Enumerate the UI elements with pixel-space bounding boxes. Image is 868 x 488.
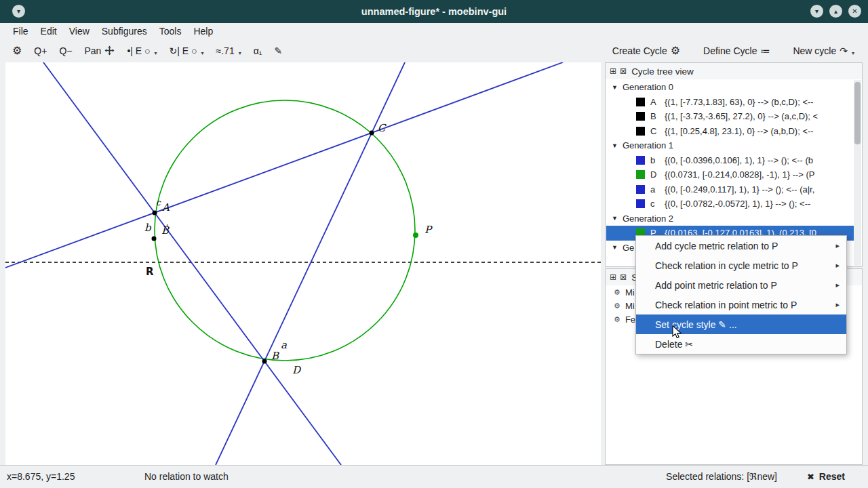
- tree-scrollbar[interactable]: [854, 80, 861, 266]
- tree-scrollbar-thumb[interactable]: [854, 82, 861, 144]
- zoom-out-button[interactable]: Q−: [56, 43, 75, 58]
- tree-row-c[interactable]: c {(0, [-0.0782,-0.0572], 1), 1} --> ();…: [606, 197, 854, 211]
- cycle-data: {(0.0731, [-0.214,0.0828], -1), 1} --> (…: [665, 169, 815, 180]
- new-cycle-button[interactable]: New cycle ↷ ▾: [790, 43, 857, 58]
- tree-row-B[interactable]: B {(1, [-3.73,-3.65], 27.2), 0} --> (a,c…: [606, 109, 854, 124]
- color-swatch: [636, 170, 645, 179]
- zoom-in-button[interactable]: Q+: [31, 43, 50, 58]
- close-icon: ✖: [807, 472, 814, 482]
- maximize-button[interactable]: ▴: [829, 5, 842, 18]
- point-B[interactable]: [262, 359, 267, 364]
- dock-close-icon[interactable]: ⊠: [620, 272, 627, 282]
- line-c[interactable]: [43, 62, 341, 465]
- threshold-button[interactable]: ≈.71 ▾: [214, 43, 244, 58]
- menu-add-cycle-metric[interactable]: Add cycle metric relation to P ▸: [636, 236, 846, 256]
- cycle-letter: C: [650, 126, 659, 136]
- menu-delete[interactable]: Delete ✂: [636, 334, 846, 354]
- menu-tools[interactable]: Tools: [153, 24, 188, 38]
- reset-button[interactable]: ✖ Reset: [803, 469, 849, 484]
- point-A[interactable]: [153, 211, 157, 216]
- new-cycle-label: New cycle: [793, 45, 836, 56]
- pan-button[interactable]: Pan: [82, 43, 118, 58]
- selected-relations: Selected relations: [ℜnew]: [666, 471, 777, 482]
- menu-subfigures[interactable]: Subfigures: [96, 24, 153, 38]
- submenu-arrow-icon: ▸: [835, 261, 840, 270]
- gear-icon: ⚙: [614, 288, 620, 297]
- tree-row-A[interactable]: A {(1, [-7.73,1.83], 63), 0} --> (b,c,D)…: [606, 95, 854, 110]
- watch-status: No relation to watch: [144, 471, 229, 482]
- minimize-button[interactable]: ▾: [810, 5, 823, 18]
- menu-set-cycle-style[interactable]: Set cycle style ✎ ...: [636, 314, 846, 334]
- menu-check-cycle-metric[interactable]: Check relation in cycle metric to P ▸: [636, 256, 846, 275]
- pencil-icon: ✎: [275, 45, 283, 56]
- dock-close-icon[interactable]: ⊠: [620, 66, 627, 76]
- line-a[interactable]: [216, 62, 405, 465]
- label-a: a: [281, 339, 287, 351]
- cycle-letter: A: [650, 97, 659, 107]
- close-button[interactable]: ✕: [848, 5, 861, 18]
- cycle-letter: B: [650, 111, 659, 121]
- context-menu: Add cycle metric relation to P ▸ Check r…: [635, 235, 847, 354]
- zoom-out-icon: Q−: [59, 45, 72, 56]
- alpha-button[interactable]: α₁: [251, 43, 265, 58]
- drawing-canvas[interactable]: c A b Ḃ C P a B D R: [5, 62, 601, 465]
- tree-generation-2[interactable]: ▼ Generation 2: [606, 211, 854, 226]
- menu-check-point-metric[interactable]: Check relation in point metric to P ▸: [636, 295, 846, 314]
- label-R: R: [146, 266, 154, 278]
- tree-generation-1[interactable]: ▼ Generation 1: [606, 138, 854, 153]
- cycle-data: {(0, [-0.0396,0.106], 1), 1} --> (); <--…: [665, 155, 813, 165]
- tree-row-b[interactable]: b {(0, [-0.0396,0.106], 1), 1} --> (); <…: [606, 153, 854, 168]
- tree-row-D[interactable]: D {(0.0731, [-0.214,0.0828], -1), 1} -->…: [606, 167, 854, 182]
- expander-icon[interactable]: ▼: [612, 215, 618, 222]
- cycle-letter: c: [650, 199, 659, 209]
- tree-row-a[interactable]: a {(0, [-0.249,0.117], 1), 1} --> (); <-…: [606, 182, 854, 197]
- define-cycle-label: Define Cycle: [703, 45, 757, 56]
- menu-bar: File Edit View Subfigures Tools Help: [0, 23, 868, 39]
- tree-row-C[interactable]: C {(1, [0.25,4.8], 23.1), 0} --> (a,b,D)…: [606, 124, 854, 139]
- circle-D[interactable]: [155, 100, 415, 361]
- cycle-tool-1-icon: •| E ○: [127, 45, 150, 56]
- create-cycle-label: Create Cycle: [612, 45, 667, 56]
- line-b[interactable]: [5, 62, 563, 268]
- tree-generation-0[interactable]: ▼ Generation 0: [606, 80, 854, 95]
- menu-view[interactable]: View: [63, 24, 96, 38]
- menu-edit[interactable]: Edit: [35, 24, 63, 38]
- gear-icon: ⚙: [614, 302, 620, 310]
- label-b: b: [144, 222, 152, 234]
- cycle-data: {(1, [-3.73,-3.65], 27.2), 0} --> (a,c,D…: [665, 111, 818, 121]
- define-cycle-button[interactable]: Define Cycle ≔: [701, 43, 772, 58]
- menu-file[interactable]: File: [7, 24, 35, 38]
- cycle-letter: b: [650, 155, 659, 165]
- dock-float-icon[interactable]: ⊞: [610, 272, 616, 282]
- submenu-arrow-icon: ▸: [835, 281, 840, 289]
- expander-icon[interactable]: ▼: [612, 142, 618, 149]
- expander-icon[interactable]: ▼: [612, 84, 618, 91]
- cycle-data: {(1, [0.25,4.8], 23.1), 0} --> (a,b,D); …: [665, 126, 814, 136]
- menu-item-label: Add cycle metric relation to P: [655, 241, 778, 251]
- expander-icon[interactable]: ▼: [612, 244, 618, 251]
- chevron-down-icon: ▾: [852, 50, 854, 56]
- cycle-letter: D: [650, 169, 659, 180]
- cycle-tool-1-button[interactable]: •| E ○ ▾: [124, 43, 159, 58]
- color-swatch: [636, 112, 645, 121]
- title-bar: ▾ unnamed-figure* - moebinv-gui ▾ ▴ ✕: [0, 0, 868, 23]
- style-pencil-button[interactable]: ✎: [272, 43, 285, 58]
- panel-title: Cycle tree view: [631, 66, 694, 77]
- menu-item-label: Set cycle style ✎ ...: [655, 319, 737, 330]
- point-P[interactable]: [413, 232, 418, 238]
- point-B2[interactable]: [152, 237, 157, 241]
- point-C[interactable]: [370, 131, 374, 136]
- dock-float-icon[interactable]: ⊞: [610, 66, 616, 76]
- menu-add-point-metric[interactable]: Add point metric relation to P ▸: [636, 275, 846, 295]
- submenu-arrow-icon: ▸: [835, 300, 840, 309]
- curved-arrow-icon: ↷: [840, 45, 848, 56]
- settings-button[interactable]: ⚙: [9, 42, 24, 59]
- label-c: c: [156, 198, 161, 207]
- chevron-down-icon: ▾: [201, 50, 204, 56]
- label-D: D: [292, 364, 302, 376]
- menu-help[interactable]: Help: [187, 24, 219, 38]
- create-cycle-button[interactable]: Create Cycle ⚙: [610, 42, 683, 59]
- cycle-tool-2-button[interactable]: ↻| E ○ ▾: [167, 43, 207, 58]
- gear-icon: ⚙: [614, 315, 620, 324]
- label-C: C: [378, 122, 387, 134]
